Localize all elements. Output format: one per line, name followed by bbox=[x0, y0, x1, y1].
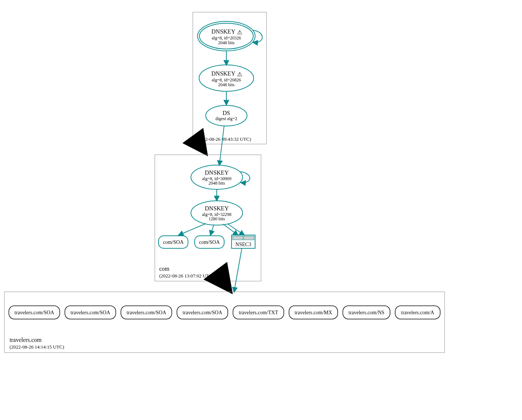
travelers-rec-7: travelers.com/A bbox=[401, 310, 435, 315]
travelers-record: travelers.com/SOA bbox=[121, 306, 172, 319]
com-soa-record: com/SOA bbox=[159, 236, 188, 248]
travelers-rec-1: travelers.com/SOA bbox=[70, 310, 111, 315]
travelers-rec-0: travelers.com/SOA bbox=[14, 310, 55, 315]
root-ds-alg: digest alg=2 bbox=[215, 116, 237, 121]
root-dnskey1-bits: 2048 bits bbox=[218, 40, 235, 45]
warning-icon: ⚠ bbox=[237, 29, 242, 35]
zone-com-name: com bbox=[159, 266, 170, 272]
root-dnskey2-title: DNSKEY bbox=[212, 70, 236, 77]
travelers-record: travelers.com/SOA bbox=[177, 306, 228, 319]
travelers-record: travelers.com/A bbox=[395, 306, 440, 319]
svg-rect-9 bbox=[233, 236, 243, 240]
sign-arrow bbox=[210, 225, 214, 235]
travelers-record: travelers.com/SOA bbox=[65, 306, 116, 319]
zone-travelers-name: travelers.com bbox=[10, 337, 42, 343]
com-nsec3-record: NSEC3 bbox=[232, 235, 255, 248]
svg-rect-10 bbox=[244, 236, 254, 240]
travelers-rec-6: travelers.com/NS bbox=[348, 310, 384, 315]
root-dnskey-ksk: DNSKEY ⚠ alg=8, id=20326 2048 bits bbox=[198, 21, 255, 51]
travelers-record: travelers.com/NS bbox=[343, 306, 390, 319]
travelers-rec-2: travelers.com/SOA bbox=[126, 310, 167, 315]
self-sign-arrow bbox=[240, 172, 250, 183]
ds-to-dnskey-arrow bbox=[219, 126, 224, 165]
travelers-record: travelers.com/TXT bbox=[233, 306, 284, 319]
zone-root-ts: (2022-08-26 09:43:32 UTC) bbox=[196, 136, 251, 142]
com-dnskey2-title: DNSKEY bbox=[205, 205, 229, 211]
travelers-rec-3: travelers.com/SOA bbox=[182, 310, 223, 315]
root-ds: DS digest alg=2 bbox=[206, 105, 247, 126]
travelers-record: travelers.com/SOA bbox=[9, 306, 60, 319]
root-ds-title: DS bbox=[223, 110, 230, 116]
root-dnskey1-title: DNSKEY bbox=[212, 28, 236, 35]
com-dnskey-zsk: DNSKEY alg=8, id=32298 1280 bits bbox=[191, 201, 243, 225]
delegation-arrow bbox=[223, 281, 229, 290]
com-nsec3-label: NSEC3 bbox=[236, 242, 251, 247]
root-dnskey-zsk: DNSKEY ⚠ alg=8, id=20826 2048 bits bbox=[199, 65, 254, 91]
root-dnskey1-alg: alg=8, id=20326 bbox=[212, 35, 241, 41]
zone-travelers-box bbox=[4, 292, 445, 353]
com-soa-record: com/SOA bbox=[195, 236, 224, 248]
warning-icon: ⚠ bbox=[237, 71, 242, 77]
zone-root-name: . bbox=[196, 129, 198, 136]
com-dnskey2-bits: 1280 bits bbox=[209, 216, 225, 221]
zone-travelers-ts: (2022-08-26 14:14:15 UTC) bbox=[10, 344, 64, 350]
dnssec-diagram: DNSKEY ⚠ alg=8, id=20326 2048 bits DNSKE… bbox=[0, 0, 522, 420]
travelers-rec-5: travelers.com/MX bbox=[295, 310, 332, 315]
com-dnskey1-title: DNSKEY bbox=[205, 169, 229, 176]
sign-arrow bbox=[179, 224, 206, 235]
zone-com-ts: (2022-08-26 13:07:02 UTC) bbox=[159, 273, 214, 279]
com-soa1-label: com/SOA bbox=[163, 239, 184, 245]
com-soa2-label: com/SOA bbox=[199, 239, 220, 245]
com-dnskey1-bits: 2048 bits bbox=[209, 181, 225, 186]
root-dnskey2-alg: alg=8, id=20826 bbox=[212, 77, 241, 83]
root-dnskey2-bits: 2048 bits bbox=[218, 82, 235, 87]
delegation-arrow bbox=[199, 144, 205, 152]
travelers-rec-4: travelers.com/TXT bbox=[239, 310, 278, 315]
com-dnskey-ksk: DNSKEY alg=8, id=30909 2048 bits bbox=[191, 165, 243, 189]
nsec3-arrow bbox=[234, 248, 242, 292]
travelers-record: travelers.com/MX bbox=[289, 306, 338, 319]
